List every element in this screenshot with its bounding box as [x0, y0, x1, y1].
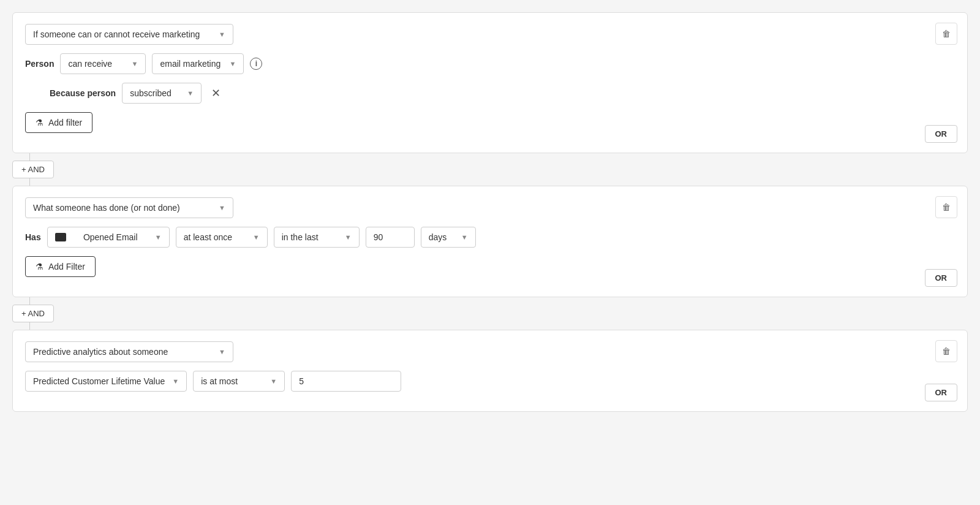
event-dropdown[interactable]: Opened Email ▼: [47, 227, 170, 248]
condition-dropdown-value: is at most: [201, 376, 238, 386]
or-block-2-button[interactable]: OR: [925, 269, 958, 287]
event-dropdown-chevron: ▼: [155, 234, 162, 241]
condition-dropdown-chevron: ▼: [270, 378, 277, 385]
add-filter-1-label: Add filter: [48, 118, 82, 127]
or-block-3-button[interactable]: OR: [925, 384, 958, 401]
person-label: Person: [25, 59, 54, 69]
person-row: Person can receive ▼ email marketing ▼ i: [25, 53, 955, 74]
condition-block-3: 🗑 Predictive analytics about someone ▼ P…: [12, 330, 968, 412]
period-dropdown-chevron: ▼: [461, 234, 468, 241]
category-dropdown-2[interactable]: What someone has done (or not done) ▼: [25, 197, 233, 218]
add-filter-2-label: Add Filter: [48, 262, 85, 271]
metric-row: Predicted Customer Lifetime Value ▼ is a…: [25, 371, 955, 392]
marketing-dropdown-chevron: ▼: [230, 60, 236, 67]
metric-value-input[interactable]: [291, 371, 401, 392]
delete-block-2-button[interactable]: 🗑: [935, 196, 957, 218]
and-connector-2: + AND: [12, 297, 968, 330]
category-dropdown-3-label: Predictive analytics about someone: [33, 347, 168, 357]
metric-dropdown-value: Predicted Customer Lifetime Value: [33, 376, 165, 386]
frequency-dropdown-chevron: ▼: [253, 234, 260, 241]
category-dropdown-1[interactable]: If someone can or cannot receive marketi…: [25, 24, 233, 45]
frequency-dropdown[interactable]: at least once ▼: [176, 227, 268, 248]
delete-block-3-button[interactable]: 🗑: [935, 340, 957, 362]
and-1-button[interactable]: + AND: [12, 161, 54, 178]
marketing-dropdown[interactable]: email marketing ▼: [152, 53, 244, 74]
and-connector-1: + AND: [12, 153, 968, 186]
remove-because-button[interactable]: ✕: [208, 86, 224, 100]
time-dropdown-value: in the last: [282, 232, 318, 242]
condition-block-2: 🗑 What someone has done (or not done) ▼ …: [12, 186, 968, 297]
condition-dropdown[interactable]: is at most ▼: [193, 371, 285, 392]
email-icon: [55, 233, 66, 241]
because-label: Because person: [50, 88, 116, 98]
receive-dropdown-value: can receive: [68, 59, 112, 69]
period-dropdown-value: days: [429, 232, 447, 242]
add-filter-2-button[interactable]: ⚗ Add Filter: [25, 256, 96, 277]
category-dropdown-1-label: If someone can or cannot receive marketi…: [33, 29, 200, 39]
metric-dropdown[interactable]: Predicted Customer Lifetime Value ▼: [25, 371, 187, 392]
and-2-button[interactable]: + AND: [12, 305, 54, 322]
or-block-1-button[interactable]: OR: [925, 125, 958, 143]
category-dropdown-3[interactable]: Predictive analytics about someone ▼: [25, 341, 233, 362]
add-filter-row-1: ⚗ Add filter: [25, 112, 955, 133]
time-value-input[interactable]: [366, 227, 415, 248]
filter-icon-1: ⚗: [36, 118, 43, 127]
because-row: Because person subscribed ▼ ✕: [25, 83, 955, 104]
category-dropdown-3-chevron: ▼: [219, 348, 225, 355]
event-dropdown-value: Opened Email: [83, 232, 138, 242]
category-row-2: What someone has done (or not done) ▼: [25, 197, 955, 218]
category-dropdown-2-chevron: ▼: [219, 204, 225, 211]
condition-block-1: 🗑 If someone can or cannot receive marke…: [12, 12, 968, 153]
filter-icon-2: ⚗: [36, 262, 43, 271]
because-dropdown[interactable]: subscribed ▼: [122, 83, 202, 104]
info-icon-1[interactable]: i: [250, 58, 262, 70]
add-filter-1-button[interactable]: ⚗ Add filter: [25, 112, 92, 133]
delete-block-1-button[interactable]: 🗑: [935, 23, 957, 45]
category-row-1: If someone can or cannot receive marketi…: [25, 24, 955, 45]
frequency-dropdown-value: at least once: [184, 232, 232, 242]
because-dropdown-value: subscribed: [130, 88, 172, 98]
add-filter-row-2: ⚗ Add Filter: [25, 256, 955, 277]
has-row: Has Opened Email ▼ at least once ▼ in th…: [25, 227, 955, 248]
time-dropdown[interactable]: in the last ▼: [274, 227, 360, 248]
category-dropdown-1-chevron: ▼: [219, 31, 225, 38]
receive-dropdown[interactable]: can receive ▼: [60, 53, 146, 74]
marketing-dropdown-value: email marketing: [160, 59, 221, 69]
metric-dropdown-chevron: ▼: [172, 378, 179, 385]
because-dropdown-chevron: ▼: [187, 89, 194, 97]
category-dropdown-2-label: What someone has done (or not done): [33, 203, 180, 213]
has-label: Has: [25, 232, 41, 242]
category-row-3: Predictive analytics about someone ▼: [25, 341, 955, 362]
receive-dropdown-chevron: ▼: [132, 60, 138, 67]
period-dropdown[interactable]: days ▼: [421, 227, 476, 248]
time-dropdown-chevron: ▼: [345, 234, 352, 241]
